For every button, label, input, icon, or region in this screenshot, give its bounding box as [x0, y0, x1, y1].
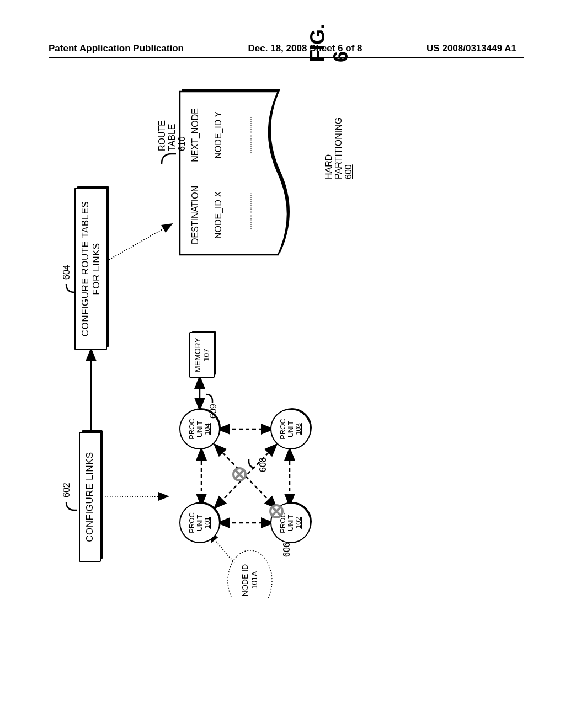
ref-608: 608 [258, 457, 268, 472]
route-table-col-destination: DESTINATION [185, 174, 208, 256]
unit-label: UNIT [287, 515, 295, 531]
memory-label: MEMORY [193, 338, 202, 372]
route-table-cell-next: NODE_ID Y [208, 97, 231, 174]
unit-label: UNIT [196, 421, 204, 437]
svg-line-4 [105, 224, 171, 262]
header-rule [49, 57, 524, 58]
header-left: Patent Application Publication [49, 43, 184, 54]
memory-box: MEMORY 107 [189, 332, 215, 378]
ref-609: 609 [209, 404, 218, 419]
ref-602: 602 [62, 483, 72, 497]
ref-600: 600 [344, 164, 353, 179]
node-id-ellipse-content: NODE ID 101A [241, 559, 259, 601]
proc-label: PROC [279, 419, 287, 440]
route-table-col-next-node: NEXT_NODE [185, 97, 208, 174]
unit-label: UNIT [196, 515, 204, 531]
configure-links-box: CONFIGURE LINKS [79, 432, 101, 562]
ref-104: 104 [204, 423, 211, 435]
ref-604: 604 [62, 265, 72, 280]
ref-101: 101 [204, 517, 211, 529]
configure-routes-line2: FOR LINKS [91, 243, 102, 295]
hard-partitioning-text: HARD PARTITIONING [324, 117, 343, 179]
unit-label: UNIT [287, 421, 295, 437]
page-header: Patent Application Publication Dec. 18, … [0, 43, 565, 54]
proc-unit-101: PROC UNIT 101 [179, 502, 220, 543]
ref-107: 107 [202, 349, 211, 361]
hard-partitioning-label: HARD PARTITIONING 600 [324, 117, 354, 179]
configure-routes-line1: CONFIGURE ROUTE TABLES [80, 201, 90, 337]
figure-diagram: CONFIGURE LINKS 602 CONFIGURE ROUTE TABL… [0, 168, 565, 598]
configure-routes-box: CONFIGURE ROUTE TABLES FOR LINKS [74, 188, 107, 350]
figure-label: FIG. 6 [306, 24, 353, 62]
proc-label: PROC [188, 419, 196, 440]
proc-unit-103: PROC UNIT 103 [270, 409, 311, 449]
ref-606: 606 [282, 542, 292, 557]
configure-links-label: CONFIGURE LINKS [84, 452, 95, 542]
blocked-link-icon [232, 467, 247, 481]
ref-103: 103 [295, 423, 302, 435]
nodeid-value: 101A [250, 571, 259, 590]
nodeid-label: NODE ID [241, 564, 249, 596]
proc-label: PROC [188, 512, 196, 533]
header-right: US 2008/0313449 A1 [427, 43, 516, 54]
route-table-cell-dest: NODE_ID X [208, 174, 231, 256]
ref-102: 102 [295, 517, 302, 529]
blocked-link-icon [269, 504, 284, 518]
route-table: DESTINATION NEXT_NODE NODE_ID X NODE_ID … [179, 91, 290, 256]
